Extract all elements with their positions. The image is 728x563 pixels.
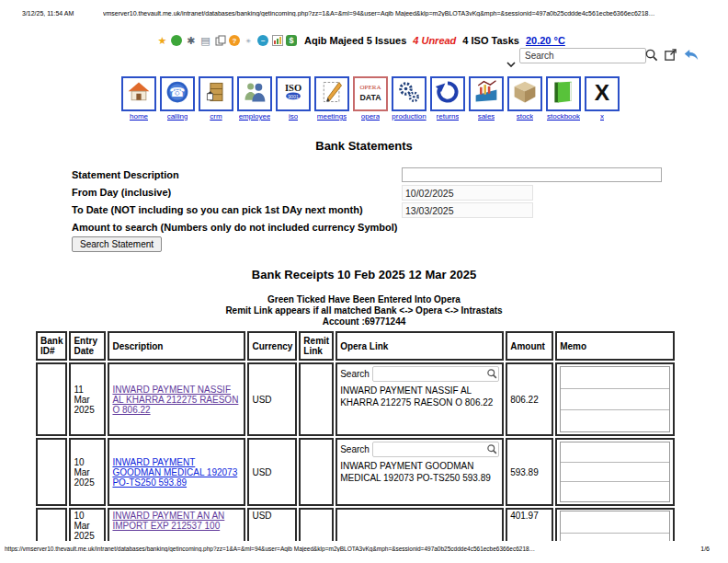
amount-cell: 593.89 bbox=[506, 438, 553, 506]
search-actions bbox=[644, 48, 700, 62]
from-day-input[interactable]: 10/02/2025 bbox=[402, 185, 533, 201]
remit-link-cell bbox=[299, 438, 334, 506]
nav-item-meetings[interactable]: meetings bbox=[313, 76, 350, 121]
col-memo: Memo bbox=[555, 331, 675, 361]
statement-description-label: Statement Description bbox=[72, 169, 179, 180]
description-link[interactable]: INWARD PAYMENT NASSIF AL KHARRA 212275 R… bbox=[112, 385, 241, 415]
entry-date-cell: 11 Mar 2025 bbox=[69, 362, 106, 436]
external-link-icon[interactable] bbox=[664, 48, 677, 62]
nav-item-calling[interactable]: ☎ calling bbox=[159, 76, 196, 121]
currency-cell: USD bbox=[247, 508, 297, 541]
star-icon[interactable]: ★ bbox=[156, 35, 168, 47]
memo-input[interactable] bbox=[560, 366, 670, 432]
opera-search-label: Search bbox=[340, 369, 370, 379]
nav-label[interactable]: iso bbox=[289, 112, 298, 121]
receipts-table-wrap: Bank ID# Entry Date Description Currency… bbox=[34, 329, 698, 541]
employees-icon bbox=[242, 79, 267, 109]
unread-count: 4 Unread bbox=[413, 35, 456, 46]
nav-label[interactable]: production bbox=[392, 112, 426, 121]
opera-search-input[interactable] bbox=[372, 366, 499, 382]
nav-label[interactable]: meetings bbox=[317, 112, 347, 121]
from-day-label: From Day (inclusive) bbox=[72, 187, 171, 198]
help-icon[interactable]: ? bbox=[229, 35, 240, 46]
memo-input[interactable] bbox=[560, 511, 670, 541]
nav-label[interactable]: stock bbox=[517, 112, 534, 121]
reply-icon[interactable] bbox=[683, 48, 700, 62]
nav-item-opera[interactable]: OPERADATA opera bbox=[352, 76, 389, 121]
search-statement-button[interactable]: Search Statement bbox=[72, 236, 162, 252]
table-row: 11 Mar 2025 INWARD PAYMENT NASSIF AL KHA… bbox=[36, 362, 675, 436]
col-currency: Currency bbox=[247, 331, 297, 361]
sparkle-icon[interactable]: ✳ bbox=[243, 35, 255, 47]
col-opera-link: Opera Link bbox=[336, 331, 504, 361]
magnifier-icon bbox=[486, 443, 497, 454]
nav-item-returns[interactable]: returns bbox=[429, 76, 466, 121]
bank-id-cell bbox=[36, 362, 67, 436]
nav-label[interactable]: returns bbox=[437, 112, 460, 121]
cabinet-icon bbox=[203, 79, 229, 109]
svg-text:ISO: ISO bbox=[285, 83, 301, 93]
print-header-url: vmserver10.thevault.me.uk/intranet/datab… bbox=[103, 10, 717, 17]
gears-icon bbox=[396, 79, 422, 109]
table-row: 10 Mar 2025 INWARD PAYMENT AN AN IMPORT … bbox=[36, 508, 675, 541]
table-header-row: Bank ID# Entry Date Description Currency… bbox=[36, 331, 675, 361]
copy-icon[interactable] bbox=[214, 35, 226, 47]
svg-text:DATA: DATA bbox=[359, 93, 381, 102]
opera-match-text: INWARD PAYMENT NASSIF AL KHARRA 212275 R… bbox=[340, 385, 499, 408]
nav-item-stockbook[interactable]: stockbook bbox=[545, 76, 582, 121]
col-entry-date: Entry Date bbox=[69, 331, 106, 361]
col-amount: Amount bbox=[506, 331, 553, 361]
globe-icon[interactable] bbox=[171, 35, 182, 46]
memo-cell bbox=[555, 508, 675, 541]
nav-label[interactable]: stockbook bbox=[547, 112, 580, 121]
description-cell: INWARD PAYMENT NASSIF AL KHARRA 212275 R… bbox=[108, 362, 245, 436]
opera-link-cell: Search INWARD PAYMENT GOODMAN MEDICAL 19… bbox=[336, 438, 504, 506]
nav-label[interactable]: x bbox=[600, 112, 604, 121]
iso-9001-icon: ISO9001 bbox=[280, 79, 306, 109]
memo-input[interactable] bbox=[560, 442, 670, 502]
temperature-link[interactable]: 20.20 °C bbox=[526, 35, 565, 46]
description-link[interactable]: INWARD PAYMENT GOODMAN MEDICAL 192073 PO… bbox=[112, 457, 241, 488]
description-link[interactable]: INWARD PAYMENT AN AN IMPORT EXP 212537 1… bbox=[112, 511, 241, 531]
chevron-down-icon[interactable] bbox=[506, 54, 516, 71]
bank-id-cell bbox=[36, 438, 67, 506]
box-icon bbox=[512, 79, 538, 109]
x-icon: X bbox=[589, 79, 615, 109]
print-footer-url: https://vmserver10.thevault.me.uk/intran… bbox=[5, 546, 639, 552]
svg-text:X: X bbox=[595, 80, 610, 105]
chart-icon[interactable] bbox=[271, 35, 283, 47]
amount-cell: 806.22 bbox=[506, 362, 553, 436]
nav-item-home[interactable]: home bbox=[120, 76, 157, 121]
nav-item-x[interactable]: X x bbox=[584, 76, 620, 121]
opera-data-icon: OPERADATA bbox=[358, 79, 383, 109]
nav-item-stock[interactable]: stock bbox=[506, 76, 543, 121]
to-date-input[interactable]: 13/03/2025 bbox=[402, 202, 533, 218]
nav-label[interactable]: opera bbox=[361, 112, 380, 121]
user-issues-summary: Aqib Majeed 5 Issues bbox=[304, 35, 406, 46]
nav-label[interactable]: home bbox=[130, 112, 148, 121]
nav-item-sales[interactable]: sales bbox=[468, 76, 505, 121]
nav-label[interactable]: crm bbox=[210, 112, 222, 121]
search-input[interactable] bbox=[519, 48, 646, 63]
nav-label[interactable]: sales bbox=[478, 112, 495, 121]
amount-search-label: Amount to search (Numbers only do not in… bbox=[72, 222, 398, 233]
opera-search-input[interactable] bbox=[372, 442, 499, 457]
statement-description-input[interactable] bbox=[402, 167, 662, 182]
gear-icon[interactable]: ✱ bbox=[185, 35, 197, 47]
nav-item-iso[interactable]: ISO9001 iso bbox=[275, 76, 312, 121]
description-cell: INWARD PAYMENT AN AN IMPORT EXP 212537 1… bbox=[108, 508, 245, 541]
wave-icon[interactable]: ~ bbox=[257, 35, 268, 46]
bank-id-cell bbox=[36, 508, 67, 541]
description-cell: INWARD PAYMENT GOODMAN MEDICAL 192073 PO… bbox=[108, 438, 245, 506]
magnifier-icon[interactable] bbox=[644, 48, 658, 62]
nav-item-production[interactable]: production bbox=[391, 76, 427, 121]
notes-icon[interactable]: ▤ bbox=[199, 35, 211, 47]
money-icon[interactable]: $ bbox=[286, 35, 297, 46]
circular-arrow-icon bbox=[435, 79, 461, 109]
nav-label[interactable]: calling bbox=[167, 112, 188, 121]
remit-link-cell bbox=[299, 508, 334, 541]
nav-item-crm[interactable]: crm bbox=[198, 76, 234, 121]
nav-item-employee[interactable]: employee bbox=[236, 76, 273, 121]
nav-label[interactable]: employee bbox=[239, 112, 271, 121]
col-bank-id: Bank ID# bbox=[36, 331, 67, 361]
